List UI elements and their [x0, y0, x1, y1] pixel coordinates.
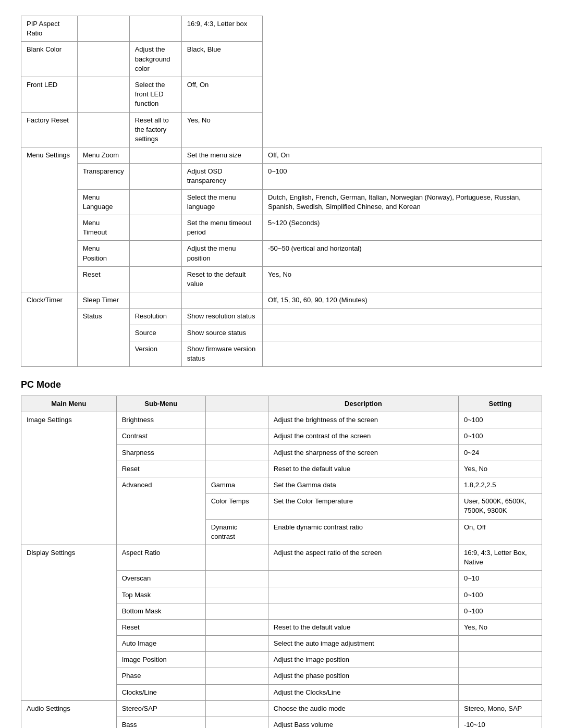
pc-mode-title: PC Mode	[21, 379, 542, 390]
pc-description-cell: Adjust the sharpness of the screen	[268, 445, 458, 461]
pc-setting-cell: 0~100	[459, 428, 542, 445]
pc-sub-menu-cell: Contrast	[116, 428, 205, 445]
pc-main-menu-cell: Display Settings	[21, 545, 117, 700]
top-description-cell	[129, 16, 181, 42]
pc-sub-menu-cell: Bottom Mask	[116, 603, 205, 619]
pc-sub-sub-menu-cell	[205, 571, 268, 587]
pc-setting-cell	[459, 652, 542, 668]
pc-sub-menu-cell: Clocks/Line	[116, 684, 205, 700]
top-table: PIP Aspect Ratio16:9, 4:3, Letter boxBla…	[21, 16, 542, 367]
pc-description-cell: Choose the audio mode	[268, 700, 458, 717]
pc-sub-menu-cell: Auto Image	[116, 636, 205, 652]
pc-sub-sub-menu-cell	[205, 619, 268, 635]
top-description-cell: Show resolution status	[181, 309, 262, 325]
top-setting-cell: Yes, No	[263, 266, 542, 292]
pc-sub-sub-menu-cell	[205, 603, 268, 619]
pc-col-setting: Setting	[459, 396, 542, 412]
pc-description-cell: Adjust the aspect ratio of the screen	[268, 545, 458, 570]
top-setting-cell: 0~100	[263, 164, 542, 189]
top-sub-sub-menu-cell	[129, 164, 181, 189]
pc-description-cell: Adjust the image position	[268, 652, 458, 668]
pc-sub-menu-cell: Sharpness	[116, 445, 205, 461]
top-sub-menu-cell: Menu Timeout	[77, 215, 129, 241]
top-sub-sub-menu-cell: Resolution	[129, 309, 181, 325]
top-sub-sub-menu-cell	[77, 42, 129, 77]
pc-sub-menu-cell: Reset	[116, 619, 205, 635]
pc-description-cell: Adjust the brightness of the screen	[268, 412, 458, 428]
pc-setting-cell: Stereo, Mono, SAP	[459, 700, 542, 717]
top-setting-cell	[263, 309, 542, 325]
pc-description-cell: Reset to the default value	[268, 461, 458, 477]
top-sub-menu-cell: Status	[77, 309, 129, 367]
top-sub-menu-cell: Front LED	[21, 77, 78, 112]
top-main-menu-cell: Menu Settings	[21, 147, 78, 292]
pc-col-sub-menu: Sub-Menu	[116, 396, 205, 412]
top-description-cell	[181, 292, 262, 309]
top-description-cell: Set the menu timeout period	[181, 215, 262, 241]
pc-sub-sub-menu-cell	[205, 684, 268, 700]
pc-setting-cell: 0~24	[459, 445, 542, 461]
pc-mode-table: Main Menu Sub-Menu Description Setting I…	[21, 396, 542, 728]
top-sub-sub-menu-cell	[129, 147, 181, 164]
pc-main-menu-cell: Image Settings	[21, 412, 117, 545]
pc-sub-sub-menu-cell	[205, 428, 268, 445]
pc-sub-menu-cell: Stereo/SAP	[116, 700, 205, 717]
pc-sub-sub-menu-cell	[205, 545, 268, 570]
top-description-cell: Reset to the default value	[181, 266, 262, 292]
pc-col-sub-sub-menu	[205, 396, 268, 412]
top-setting-cell: -50~50 (vertical and horizontal)	[263, 241, 542, 266]
pc-sub-sub-menu-cell	[205, 717, 268, 729]
pc-description-cell: Set the Color Temperature	[268, 493, 458, 519]
pc-main-menu-cell: Audio Settings	[21, 700, 117, 728]
pc-description-cell: Adjust the Clocks/Line	[268, 684, 458, 700]
top-description-cell: Reset all to the factory settings	[129, 112, 181, 147]
pc-sub-menu-cell: Image Position	[116, 652, 205, 668]
pc-description-cell	[268, 587, 458, 603]
pc-description-cell: Reset to the default value	[268, 619, 458, 635]
pc-col-main-menu: Main Menu	[21, 396, 117, 412]
pc-sub-menu-cell: Top Mask	[116, 587, 205, 603]
pc-sub-menu-cell: Advanced	[116, 477, 205, 545]
top-description-cell: Adjust the menu position	[181, 241, 262, 266]
top-description-cell: Adjust the background color	[129, 42, 181, 77]
top-sub-sub-menu-cell	[129, 292, 181, 309]
pc-sub-sub-menu-cell	[205, 668, 268, 684]
pc-sub-sub-menu-cell: Gamma	[205, 477, 268, 493]
pc-description-cell: Enable dynamic contrast ratio	[268, 519, 458, 545]
pc-sub-menu-cell: Reset	[116, 461, 205, 477]
pc-setting-cell: 0~100	[459, 603, 542, 619]
top-setting-cell	[263, 325, 542, 341]
pc-sub-sub-menu-cell: Dynamic contrast	[205, 519, 268, 545]
pc-setting-cell	[459, 636, 542, 652]
top-sub-sub-menu-cell	[77, 112, 129, 147]
pc-setting-cell: 1.8,2.2,2.5	[459, 477, 542, 493]
top-setting-cell: Dutch, English, French, German, Italian,…	[263, 189, 542, 215]
top-sub-sub-menu-cell	[129, 266, 181, 292]
top-setting-cell: Black, Blue	[181, 42, 262, 77]
pc-setting-cell: Yes, No	[459, 461, 542, 477]
pc-sub-menu-cell: Brightness	[116, 412, 205, 428]
top-description-cell: Select the front LED function	[129, 77, 181, 112]
pc-setting-cell: Yes, No	[459, 619, 542, 635]
pc-setting-cell	[459, 668, 542, 684]
top-sub-sub-menu-cell: Source	[129, 325, 181, 341]
pc-description-cell: Select the auto image adjustment	[268, 636, 458, 652]
pc-sub-sub-menu-cell	[205, 445, 268, 461]
pc-setting-cell: 0~100	[459, 587, 542, 603]
top-sub-menu-cell: Reset	[77, 266, 129, 292]
top-description-cell: Set the menu size	[181, 147, 262, 164]
top-sub-menu-cell: Blank Color	[21, 42, 78, 77]
pc-description-cell	[268, 571, 458, 587]
top-setting-cell: Yes, No	[181, 112, 262, 147]
top-setting-cell: 16:9, 4:3, Letter box	[181, 16, 262, 42]
top-sub-sub-menu-cell	[77, 77, 129, 112]
pc-description-cell: Adjust the phase position	[268, 668, 458, 684]
pc-setting-cell: 0~100	[459, 412, 542, 428]
top-setting-cell: 5~120 (Seconds)	[263, 215, 542, 241]
top-setting-cell: Off, 15, 30, 60, 90, 120 (Minutes)	[263, 292, 542, 309]
pc-setting-cell: User, 5000K, 6500K, 7500K, 9300K	[459, 493, 542, 519]
top-sub-menu-cell: Factory Reset	[21, 112, 78, 147]
pc-sub-sub-menu-cell	[205, 636, 268, 652]
pc-setting-cell	[459, 684, 542, 700]
top-sub-menu-cell: Menu Zoom	[77, 147, 129, 164]
